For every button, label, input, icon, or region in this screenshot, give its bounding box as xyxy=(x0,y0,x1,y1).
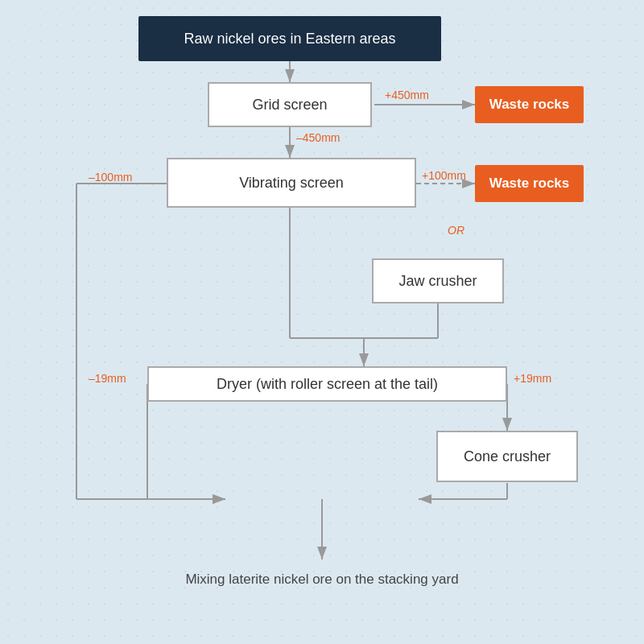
vibrating-screen-label: Vibrating screen xyxy=(239,175,344,192)
vibrating-screen-box: Vibrating screen xyxy=(167,158,416,208)
mixing-label: Mixing laterite nickel ore on the stacki… xyxy=(105,572,539,588)
minus100-label: –100mm xyxy=(89,171,132,184)
cone-crusher-label: Cone crusher xyxy=(464,448,551,465)
plus19-label: +19mm xyxy=(514,372,551,385)
plus100-label: +100mm xyxy=(422,169,466,182)
cone-crusher-box: Cone crusher xyxy=(436,431,578,482)
waste-rocks-2-box: Waste rocks xyxy=(475,165,584,202)
raw-nickel-box: Raw nickel ores in Eastern areas xyxy=(138,16,441,61)
grid-screen-label: Grid screen xyxy=(252,97,327,114)
minus19-label: –19mm xyxy=(89,372,126,385)
dryer-label: Dryer (with roller screen at the tail) xyxy=(217,376,438,393)
grid-screen-box: Grid screen xyxy=(208,82,372,127)
waste-rocks-1-box: Waste rocks xyxy=(475,86,584,123)
raw-nickel-label: Raw nickel ores in Eastern areas xyxy=(184,31,395,47)
waste-rocks-2-label: Waste rocks xyxy=(489,175,570,192)
or-label: OR xyxy=(448,224,464,237)
dryer-box: Dryer (with roller screen at the tail) xyxy=(147,366,507,402)
minus450-label: –450mm xyxy=(296,131,340,144)
waste-rocks-1-label: Waste rocks xyxy=(489,97,570,113)
plus450-label: +450mm xyxy=(385,89,429,101)
jaw-crusher-label: Jaw crusher xyxy=(398,273,477,290)
flowchart: Raw nickel ores in Eastern areas Grid sc… xyxy=(0,0,644,644)
jaw-crusher-box: Jaw crusher xyxy=(372,258,504,303)
